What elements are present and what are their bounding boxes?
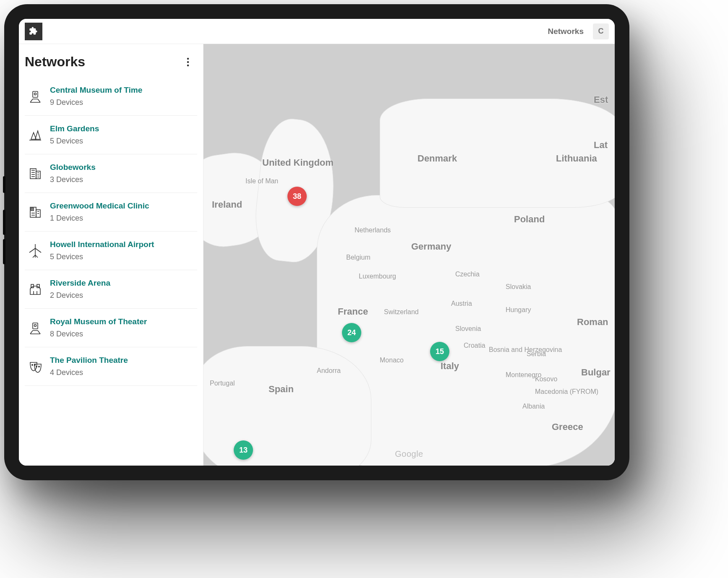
map-label: Greece bbox=[552, 422, 583, 432]
svg-point-4 bbox=[34, 93, 37, 95]
svg-point-29 bbox=[34, 364, 35, 365]
network-device-count: 1 Devices bbox=[50, 214, 149, 223]
network-name: Central Museum of Time bbox=[50, 86, 142, 95]
map-label: Belgium bbox=[346, 254, 371, 261]
map-label: Slovenia bbox=[455, 325, 481, 333]
more-vertical-icon bbox=[187, 57, 189, 67]
map-label: Denmark bbox=[417, 153, 457, 164]
network-item-central-museum-of-time[interactable]: Central Museum of Time9 Devices bbox=[25, 77, 197, 116]
map-label: Isle of Man bbox=[245, 177, 278, 185]
tablet-frame: Networks C Networks Central Museum of Ti… bbox=[4, 4, 629, 480]
museum-icon bbox=[25, 318, 46, 338]
map-label: Portugal bbox=[210, 380, 235, 387]
map-label: Austria bbox=[451, 300, 472, 307]
network-device-count: 9 Devices bbox=[50, 98, 142, 107]
svg-point-2 bbox=[187, 64, 189, 66]
volume-up-button[interactable] bbox=[3, 210, 5, 235]
map-label: Slovakia bbox=[506, 283, 531, 291]
network-list: Central Museum of Time9 DevicesElm Garde… bbox=[19, 77, 203, 386]
network-name: Globeworks bbox=[50, 163, 96, 172]
topbar: Networks C bbox=[19, 19, 615, 44]
svg-rect-26 bbox=[33, 323, 38, 329]
landmass bbox=[204, 346, 371, 466]
network-device-count: 5 Devices bbox=[50, 253, 154, 261]
map-label: Ireland bbox=[212, 199, 242, 210]
svg-rect-3 bbox=[33, 91, 38, 97]
building-icon bbox=[25, 164, 46, 184]
map-label: Poland bbox=[514, 214, 545, 225]
avatar[interactable]: C bbox=[593, 23, 609, 39]
svg-point-31 bbox=[39, 366, 39, 367]
network-item-howell-international-airport[interactable]: Howell International Airport5 Devices bbox=[25, 232, 197, 270]
svg-point-0 bbox=[187, 57, 189, 60]
map-label: Spain bbox=[269, 384, 294, 395]
map-label: Italy bbox=[441, 361, 459, 372]
network-item-elm-gardens[interactable]: Elm Gardens5 Devices bbox=[25, 116, 197, 154]
map-label: Albania bbox=[522, 403, 545, 410]
map-label: Kosovo bbox=[535, 375, 557, 383]
content: Networks Central Museum of Time9 Devices… bbox=[19, 44, 615, 466]
nav-networks[interactable]: Networks bbox=[548, 27, 584, 36]
map-label: France bbox=[338, 306, 368, 317]
map-marker-portugal[interactable]: 13 bbox=[234, 440, 253, 460]
svg-point-28 bbox=[32, 364, 33, 365]
map-attribution: Google bbox=[395, 449, 423, 459]
more-options-button[interactable] bbox=[181, 55, 195, 69]
network-name: Elm Gardens bbox=[50, 124, 99, 133]
svg-point-1 bbox=[187, 61, 189, 63]
map-label: Lithuania bbox=[556, 153, 597, 164]
map-label: Macedonia (FYROM) bbox=[535, 388, 598, 396]
svg-point-30 bbox=[36, 366, 37, 367]
map-label: Serbia bbox=[527, 350, 546, 358]
network-name: Riverside Arena bbox=[50, 279, 110, 288]
arena-icon bbox=[25, 279, 46, 299]
map-label: Lat bbox=[594, 140, 608, 151]
network-item-the-pavilion-theatre[interactable]: The Pavilion Theatre4 Devices bbox=[25, 347, 197, 386]
network-device-count: 3 Devices bbox=[50, 175, 96, 184]
map[interactable]: United KingdomIsle of ManIrelandDenmarkN… bbox=[204, 44, 615, 466]
map-label: Luxembourg bbox=[359, 273, 396, 280]
hospital-icon bbox=[25, 202, 46, 222]
page-title: Networks bbox=[25, 54, 181, 70]
map-label: Czechia bbox=[455, 271, 480, 278]
map-label: Roman bbox=[577, 317, 608, 328]
sidebar: Networks Central Museum of Time9 Devices… bbox=[19, 44, 204, 466]
screen: Networks C Networks Central Museum of Ti… bbox=[19, 19, 615, 466]
airplane-icon bbox=[25, 241, 46, 261]
map-label: Netherlands bbox=[355, 227, 391, 234]
svg-point-27 bbox=[34, 324, 37, 326]
park-icon bbox=[25, 125, 46, 145]
network-item-riverside-arena[interactable]: Riverside Arena2 Devices bbox=[25, 270, 197, 309]
network-device-count: 2 Devices bbox=[50, 291, 110, 300]
puzzle-icon bbox=[28, 26, 39, 37]
network-item-globeworks[interactable]: Globeworks3 Devices bbox=[25, 154, 197, 193]
network-name: Howell International Airport bbox=[50, 240, 154, 249]
map-label: Monaco bbox=[380, 357, 404, 364]
map-label: Germany bbox=[411, 241, 451, 252]
network-device-count: 5 Devices bbox=[50, 137, 99, 146]
app-logo[interactable] bbox=[25, 23, 42, 40]
map-label: United Kingdom bbox=[262, 157, 334, 168]
map-marker-uk[interactable]: 38 bbox=[287, 187, 307, 206]
network-name: Royal Museum of Theater bbox=[50, 317, 147, 326]
network-device-count: 8 Devices bbox=[50, 330, 147, 338]
map-label: Bosnia and Herzegovina bbox=[489, 346, 562, 354]
network-name: The Pavilion Theatre bbox=[50, 356, 128, 365]
map-label: Andorra bbox=[317, 367, 341, 375]
network-device-count: 4 Devices bbox=[50, 368, 128, 377]
map-label: Est bbox=[594, 94, 608, 105]
theater-icon bbox=[25, 357, 46, 377]
volume-down-button[interactable] bbox=[3, 239, 5, 264]
map-label: Croatia bbox=[464, 342, 485, 349]
map-label: Hungary bbox=[506, 306, 531, 314]
map-marker-italy[interactable]: 15 bbox=[430, 342, 449, 361]
network-item-greenwood-medical-clinic[interactable]: Greenwood Medical Clinic1 Devices bbox=[25, 193, 197, 232]
network-item-royal-museum-of-theater[interactable]: Royal Museum of Theater8 Devices bbox=[25, 309, 197, 347]
map-marker-france[interactable]: 24 bbox=[342, 323, 361, 342]
power-button[interactable] bbox=[3, 176, 5, 193]
network-name: Greenwood Medical Clinic bbox=[50, 201, 149, 211]
map-label: Switzerland bbox=[384, 308, 419, 316]
museum-icon bbox=[25, 86, 46, 107]
map-label: Bulgar bbox=[581, 367, 611, 378]
